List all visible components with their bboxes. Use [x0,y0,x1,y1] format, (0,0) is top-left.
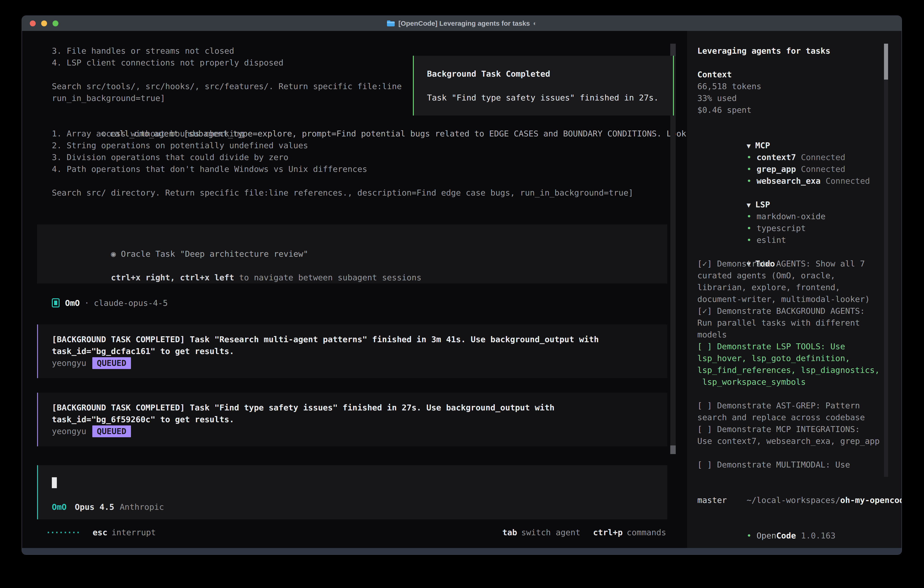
todo-item-pending: search and replace across codebase [697,411,901,423]
agent-header: OmO · claude-opus-4-5 [22,297,687,309]
ctrlp-key-hint: ctrl+p [593,527,623,538]
terminal-line: 3. Division operations that could divide… [22,152,687,163]
todo-item-done: document-writer, multimodal-looker) [697,293,901,305]
zoom-button[interactable] [53,20,58,26]
opencode-window: [OpenCode] Leveraging agents for tasks ◐… [21,15,902,555]
todo-item-active: lsp_hover, lsp_goto_definition, [697,352,901,364]
omo-agent-icon [52,298,59,307]
lsp-heading: LSP [755,200,770,209]
tab-key-label: switch agent [521,527,580,538]
brand-name-regular: Open [756,531,776,540]
folder-icon [386,20,395,27]
background-task-toast[interactable]: Background Task Completed Task "Find typ… [413,56,674,116]
status-dot-icon: • [747,531,752,540]
status-dot-icon: • [747,212,752,221]
chat-scrollbar-thumb[interactable] [670,446,676,454]
context-used: 33% used [697,92,901,104]
terminal-line [22,175,687,187]
sidebar-session-title: Leveraging agents for tasks [697,45,901,57]
version-number: 1.0.163 [801,531,836,540]
collapse-triangle-icon[interactable]: ▼ [747,201,751,209]
tab-key-hint: tab [502,527,517,538]
traffic-lights [30,16,58,31]
terminal-line: 3. File handles or streams not closed [22,45,687,57]
context-heading: Context [697,69,901,81]
mcp-status: Connected [801,153,845,162]
mcp-name: context7 [756,153,796,162]
message-text: [BACKGROUND TASK COMPLETED] Task "Resear… [38,334,667,345]
window-title-text: [OpenCode] Leveraging agents for tasks [398,20,530,27]
mcp-section-header[interactable]: ▼MCP [697,128,901,140]
brand-name-bold: Code [776,531,796,540]
ctrlp-key-label: commands [627,527,666,538]
status-badge: QUEUED [92,357,131,369]
status-dot-icon: • [747,153,752,162]
toast-title: Background Task Completed [414,68,673,80]
window-title: [OpenCode] Leveraging agents for tasks ◐ [386,20,537,27]
message-meta: yeongyu QUEUED [38,357,667,369]
status-dot-icon: • [747,223,752,233]
todo-item-active: [ ] Demonstrate LSP TOOLS: Use [697,340,901,352]
prompt-input[interactable]: OmO Opus 4.5 Anthropic [37,465,667,519]
sidebar: Leveraging agents for tasks Context 66,5… [687,31,901,548]
close-button[interactable] [30,20,36,26]
message-meta: yeongyu QUEUED [38,425,667,437]
hint-text: to navigate between subagent sessions [234,273,422,282]
status-dot-icon: • [747,176,752,185]
mcp-name: grep_app [756,164,796,174]
message-text: task_id="bg_6f59260c" to get results. [38,414,667,425]
lsp-name: typescript [756,223,806,233]
input-agent-label: OmO [52,501,67,513]
todo-item-done: curated agents (OmO, oracle, [697,270,901,281]
message-text: [BACKGROUND TASK COMPLETED] Task "Find t… [38,402,667,414]
terminal-line: Search src/ directory. Return specific f… [22,187,687,199]
todo-item-done: [✓] Demonstrate AGENTS: Show all 7 [697,258,901,270]
toast-body: Task "Find type safety issues" finished … [414,92,673,104]
chat-scrollbar-segment[interactable] [670,44,676,56]
status-bar: ········ esc interrupt tab switch agent … [22,527,687,538]
window-titlebar[interactable]: [OpenCode] Leveraging agents for tasks ◐ [22,16,901,31]
oracle-task-hint-line: ctrl+x right, ctrl+x left to navigate be… [37,260,667,272]
desktop-background: [OpenCode] Leveraging agents for tasks ◐… [0,0,924,588]
collapse-triangle-icon[interactable]: ▼ [747,142,751,150]
spinner-dots-icon: ········ [46,527,80,538]
terminal-line: 4. Path operations that don't handle Win… [22,163,687,175]
mcp-name: websearch_exa [756,176,820,185]
todo-item-pending: Use context7, websearch_exa, grep_app [697,435,901,447]
todo-item-done: librarian, explore, frontend, [697,281,901,293]
message-author: yeongyu [52,425,86,437]
workspace-path: ~/local-workspaces/oh-my-opencode: [697,482,901,494]
input-meta: OmO Opus 4.5 Anthropic [52,501,164,513]
context-spent: $0.46 spent [697,104,901,116]
esc-key-label: interrupt [111,527,156,538]
input-model-label: Opus 4.5 [75,501,114,513]
session-progress-icon: ◐ [533,20,537,27]
agent-model: claude-opus-4-5 [94,298,168,308]
todo-item-done: [✓] Demonstrate BACKGROUND AGENTS: [697,305,901,317]
todo-item-active: lsp_workspace_symbols [697,376,901,388]
lsp-name: eslint [756,235,786,244]
agent-separator: · [84,298,89,308]
mcp-heading: MCP [755,141,770,150]
minimize-button[interactable] [41,20,47,26]
tool-call-line: ⚙call_omo_agent [subagent_type=explore, … [22,116,687,128]
message-card: [BACKGROUND TASK COMPLETED] Task "Find t… [37,393,667,446]
message-author: yeongyu [52,357,86,369]
sidebar-scrollbar-thumb[interactable] [884,44,888,79]
oracle-task-title: Oracle Task "Deep architecture review" [121,249,308,259]
todo-item-done: Run parallel tasks with different [697,317,901,329]
text-cursor [52,477,57,488]
status-badge: QUEUED [92,425,131,437]
hint-keys: ctrl+x right, ctrl+x left [111,273,234,282]
todo-item-pending: [ ] Demonstrate MULTIMODAL: Use [697,459,901,471]
mcp-status: Connected [801,164,845,174]
status-dot-icon: • [747,235,752,244]
status-bar-right: tab switch agent ctrl+p commands [502,527,666,538]
sidebar-scrollbar[interactable] [884,44,888,477]
app-version-line: •OpenCode1.0.163 [697,518,901,530]
todo-item-pending: [ ] Demonstrate MCP INTEGRATIONS: [697,423,901,435]
oracle-task-card[interactable]: ◉Oracle Task "Deep architecture review" … [37,225,667,284]
esc-key-hint: esc [92,527,107,538]
todo-item-active: lsp_find_references, lsp_diagnostics, [697,364,901,376]
window-footer [22,548,901,554]
